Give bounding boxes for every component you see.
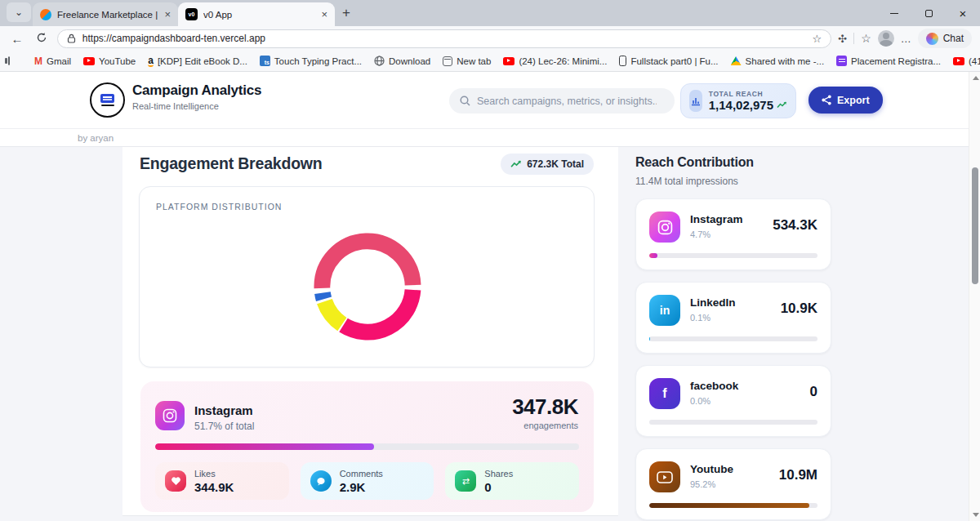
platform-name: facebook [690,380,738,392]
platform-value: 10.9K [781,301,817,317]
reach-contribution-section: Reach Contribution 11.4M total impressio… [635,147,831,520]
platform-share: 51.7% of total [194,421,254,432]
bar-fill [649,253,657,258]
toolbar-divider [853,33,854,44]
scrollbar-thumb[interactable] [972,167,978,284]
page-title: Campaign Analytics [132,82,261,99]
bookmark-lec26[interactable]: (24) Lec-26: Minimi... [503,56,607,66]
bookmark-label: New tab [457,56,491,66]
bookmark-label: (24) Lec-26: Minimi... [519,56,607,66]
reach-card-facebook[interactable]: f facebook 0.0% 0 [635,365,831,437]
engagement-unit: engagements [523,421,578,430]
stat-label: Likes [194,469,234,479]
close-button[interactable]: × [946,0,980,26]
list-icon [836,56,847,66]
page-scrollbar[interactable] [969,72,980,521]
bookmark-label: (41) PUBG tourna... [969,56,980,66]
platform-pct: 0.1% [690,313,710,323]
repost-icon: ⇄ [455,470,476,492]
total-reach-chip[interactable]: TOTAL REACH 1,14,02,975 [680,83,796,118]
copilot-chat-button[interactable]: Chat [918,29,972,48]
browser-toolbar: ← https://campaigndashboard-ten.vercel.a… [0,26,980,51]
share-icon [822,95,831,105]
tab-v0-app[interactable]: v0 v0 App × [178,2,335,26]
total-reach-value: 1,14,02,975 [709,98,773,112]
scroll-up-icon[interactable] [973,76,979,80]
tab-close-icon[interactable]: × [321,9,327,20]
bookmark-kdp[interactable]: a[KDP] Edit eBook D... [148,56,247,67]
reach-bar [649,336,817,341]
copilot-icon [926,33,938,45]
v0-favicon: v0 [185,8,198,20]
reach-card-linkedin[interactable]: in LinkedIn 0.1% 10.9K [635,282,831,354]
youtube-icon [83,57,95,65]
platform-distribution-card: PLATFORM DISTRIBUTION [139,186,595,367]
tab-search-button[interactable]: ⌄ [7,2,31,22]
bookmark-label: Download [389,56,430,66]
bookmark-youtube[interactable]: YouTube [83,56,136,66]
address-bar[interactable]: https://campaigndashboard-ten.vercel.app… [57,29,831,48]
tab-freelance-marketplace[interactable]: Freelance Marketplace | Find Top F × [33,2,178,26]
swap-glyph: ⇄ [462,476,470,487]
platform-pct: 95.2% [690,479,715,489]
back-button[interactable]: ← [8,32,26,46]
export-button[interactable]: Export [808,87,883,114]
byline-row: by aryan [0,129,980,147]
search-bar[interactable] [449,88,675,114]
bookmark-download[interactable]: Download [374,56,430,66]
bookmark-label: Fullstack part0 | Fu... [630,56,718,66]
favorites-icon[interactable]: ☆ [861,32,871,45]
drive-icon [731,56,742,65]
youtube-icon [649,461,680,492]
tab-strip: ⌄ Freelance Marketplace | Find Top F × v… [0,0,980,26]
settings-menu-icon[interactable]: … [901,33,911,45]
window-icon [443,56,452,66]
reach-bar [649,420,817,425]
bookmark-pubg[interactable]: (41) PUBG tourna... [953,56,980,66]
total-reach-label: TOTAL REACH [709,90,787,98]
bookmarks-bar: MGmail YouTube a[KDP] Edit eBook D... ts… [0,51,980,72]
chat-label: Chat [943,33,964,44]
logo-board-icon [100,94,114,103]
platform-name: Instagram [194,403,253,417]
stat-value: 344.9K [194,480,234,494]
bookmark-gmail[interactable]: MGmail [34,56,71,67]
linkedin-icon: in [649,295,680,326]
reach-card-instagram[interactable]: Instagram 4.7% 534.3K [635,198,831,270]
search-input[interactable] [477,96,657,107]
browser-essentials-icon[interactable]: ✣ [838,33,847,45]
bar-chart-icon [689,90,702,112]
bookmark-star-icon[interactable]: ☆ [813,33,822,45]
instagram-highlight-card[interactable]: Instagram 51.7% of total 347.8K engageme… [140,381,594,512]
platform-name: LinkedIn [690,296,736,309]
bookmark-new-tab[interactable]: New tab [443,56,491,66]
engagement-progress-bar [155,443,579,450]
bookmark-label: Shared with me -... [746,56,825,66]
bookmark-placement[interactable]: Placement Registra... [836,56,941,66]
bookmark-fullstack[interactable]: Fullstack part0 | Fu... [619,56,718,66]
book-icon [619,56,626,66]
youtube-icon [503,57,514,65]
close-icon: × [960,7,967,20]
refresh-icon [36,32,47,43]
bookmark-touch-typing[interactable]: tsTouch Typing Pract... [260,56,362,66]
profile-avatar[interactable] [878,30,894,47]
search-icon [460,96,470,106]
bookmark-shared-with-me[interactable]: Shared with me -... [731,56,825,66]
minimize-icon [890,13,898,14]
engagement-total-badge: 672.3K Total [501,154,594,175]
tab-close-icon[interactable]: × [164,9,171,20]
reach-card-youtube[interactable]: Youtube 95.2% 10.9M [635,448,831,520]
sidebar-panel-icon[interactable] [8,56,10,65]
likes-stat: Likes 344.9K [155,462,289,500]
scroll-down-icon[interactable] [973,513,979,517]
app-logo [90,82,125,118]
minimize-button[interactable] [877,0,911,26]
engagement-total-text: 672.3K Total [527,158,584,170]
bookmark-label: Placement Registra... [851,56,941,66]
refresh-button[interactable] [33,32,51,46]
maximize-button[interactable] [911,0,946,26]
new-tab-button[interactable]: + [335,2,358,24]
tab-title: v0 App [203,10,315,20]
app-header: Campaign Analytics Real-time Intelligenc… [0,72,980,129]
